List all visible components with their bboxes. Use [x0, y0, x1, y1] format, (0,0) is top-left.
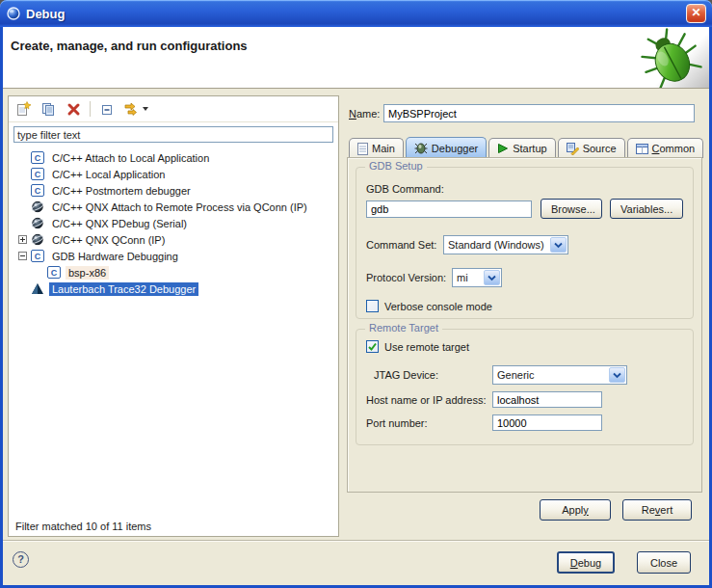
jtag-device-label: JTAG Device: [366, 369, 492, 381]
close-button[interactable]: Close [637, 551, 691, 574]
tab-startup[interactable]: Startup [488, 138, 555, 158]
chevron-down-icon[interactable] [550, 237, 567, 253]
debugger-bug-icon [414, 142, 428, 154]
lauterbach-icon [31, 282, 44, 295]
new-configuration-icon[interactable] [14, 100, 32, 118]
tab-debugger[interactable]: Debugger [406, 137, 487, 158]
collapse-all-icon[interactable] [98, 100, 116, 118]
remote-target-title: Remote Target [365, 322, 442, 334]
gdb-setup-group: GDB Setup GDB Command: Browse... Variabl… [356, 167, 694, 319]
debug-dialog: Debug ✕ Create, manage, and run configur… [0, 0, 712, 588]
gdb-command-label: GDB Command: [366, 183, 683, 195]
svg-text:C: C [35, 153, 41, 163]
tree-row[interactable]: C C/C++ Postmortem debugger [9, 182, 338, 199]
port-input[interactable] [492, 414, 602, 431]
filter-icon[interactable] [123, 100, 148, 118]
debug-button[interactable]: Debug [557, 551, 615, 574]
filter-input[interactable] [13, 126, 333, 143]
tree-row[interactable]: C bsp-x86 [9, 264, 338, 281]
beetle-image [640, 28, 703, 90]
jtag-device-select[interactable]: Generic [492, 365, 627, 385]
tab-source[interactable]: Source [558, 138, 625, 158]
protocol-version-select[interactable]: mi [452, 268, 502, 287]
verbose-console-label: Verbose console mode [384, 301, 492, 312]
source-icon [567, 143, 579, 155]
tree-row[interactable]: C/C++ QNX PDebug (Serial) [9, 215, 338, 231]
tree-row[interactable]: C/C++ QNX QConn (IP) [9, 231, 338, 248]
tree-row[interactable]: C/C++ QNX Attach to Remote Process via Q… [9, 199, 338, 215]
variables-button[interactable]: Variables... [610, 199, 683, 219]
name-label: Name: [349, 108, 380, 120]
qnx-target-icon [31, 200, 44, 213]
configurations-panel: C C/C++ Attach to Local Application C C/… [8, 95, 339, 537]
debugger-tab-content: GDB Setup GDB Command: Browse... Variabl… [347, 157, 702, 493]
use-remote-target-checkbox[interactable] [366, 340, 379, 353]
duplicate-icon[interactable] [40, 100, 57, 118]
chevron-down-icon[interactable] [609, 367, 625, 383]
filter-menu-caret-icon[interactable] [143, 107, 148, 111]
title-bar[interactable]: Debug ✕ [0, 0, 712, 27]
tab-bar: Main Debugger Startup Source Common [349, 137, 705, 158]
host-input[interactable] [492, 391, 602, 408]
revert-button[interactable]: Revert [622, 499, 692, 521]
help-icon[interactable]: ? [13, 551, 29, 568]
remote-target-group: Remote Target Use remote target JTAG Dev… [356, 329, 694, 445]
dialog-description: Create, manage, and run configurations [11, 39, 248, 53]
tab-main[interactable]: Main [349, 138, 404, 158]
qnx-target-icon [31, 233, 44, 246]
common-icon [636, 144, 648, 154]
expand-icon[interactable] [18, 235, 27, 244]
svg-text:C: C [35, 252, 41, 261]
close-icon[interactable]: ✕ [686, 4, 706, 23]
toolbar-separator [90, 101, 91, 117]
delete-icon[interactable] [65, 100, 82, 118]
c-application-icon: C [47, 266, 61, 279]
tree-row[interactable]: C C/C++ Local Application [9, 166, 338, 182]
tree-row[interactable]: C C/C++ Attach to Local Application [9, 149, 338, 166]
chevron-down-icon[interactable] [484, 270, 500, 285]
configuration-form: Name: Main Debugger Startup Source Commo… [347, 95, 704, 537]
command-set-select[interactable]: Standard (Windows) [443, 235, 568, 254]
tab-common[interactable]: Common [627, 138, 704, 158]
apply-button[interactable]: Apply [540, 499, 611, 521]
gdb-command-input[interactable] [366, 200, 532, 218]
main-tab-icon [357, 143, 368, 155]
protocol-version-label: Protocol Version: [366, 272, 452, 283]
collapse-icon[interactable] [18, 252, 27, 260]
footer-separator [3, 540, 709, 542]
c-application-icon: C [31, 151, 44, 164]
svg-text:C: C [35, 170, 41, 179]
configurations-toolbar [9, 96, 338, 122]
svg-text:C: C [35, 186, 41, 196]
svg-text:C: C [51, 268, 58, 278]
window-icon [6, 6, 21, 21]
use-remote-target-label: Use remote target [384, 341, 469, 353]
c-application-icon: C [31, 250, 44, 262]
c-application-icon: C [31, 184, 44, 197]
tree-row[interactable]: C GDB Hardware Debugging [9, 248, 338, 264]
window-title: Debug [26, 7, 65, 21]
c-application-icon: C [31, 168, 44, 180]
filter-status: Filter matched 10 of 11 items [15, 521, 151, 532]
command-set-label: Command Set: [366, 239, 443, 251]
configurations-tree: C C/C++ Attach to Local Application C C/… [9, 149, 338, 297]
host-label: Host name or IP address: [366, 394, 492, 406]
name-input[interactable] [383, 104, 695, 122]
port-label: Port number: [366, 417, 492, 429]
browse-button[interactable]: Browse... [541, 199, 602, 219]
qnx-target-icon [31, 217, 44, 229]
gdb-setup-title: GDB Setup [365, 160, 427, 172]
startup-run-icon [497, 143, 509, 154]
verbose-console-checkbox[interactable] [366, 300, 379, 312]
dialog-header: Create, manage, and run configurations [3, 27, 709, 89]
tree-row-selected[interactable]: Lauterbach Trace32 Debugger [9, 281, 338, 297]
